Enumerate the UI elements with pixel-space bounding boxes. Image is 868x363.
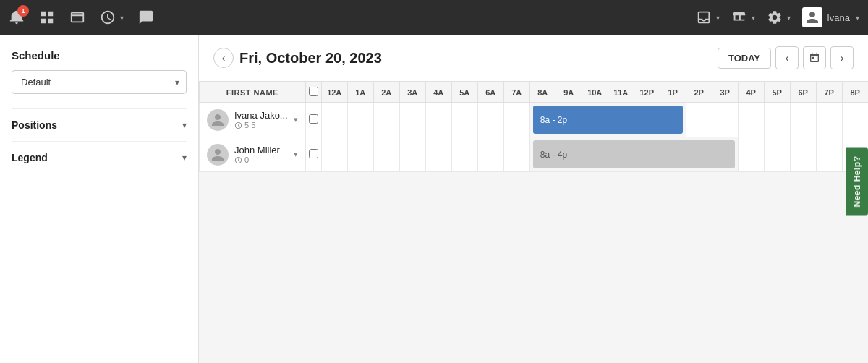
col-10a: 10A [582,82,608,103]
employee-1-name-cell: Ivana Jako... 5.5 ▾ [200,103,306,137]
col-9a: 9A [556,82,582,103]
store-chevron: ▾ [752,14,755,22]
emp2-col-6a [477,137,503,172]
emp2-col-1a [347,137,373,172]
user-chevron: ▾ [856,14,859,22]
sidebar: Schedule Default ▾ Positions ▾ Legend ▾ [0,35,199,363]
col-8p: 8P [842,82,868,103]
legend-header[interactable]: Legend ▾ [12,152,187,163]
notifications-icon[interactable]: 1 [9,9,25,25]
emp1-col-7a [503,103,529,137]
chat-icon[interactable] [138,9,154,25]
col-6p: 6P [790,82,816,103]
schedule-table: FIRST NAME 12A 1A 2A 3A 4A 5A 6A 7A 8A [199,82,868,172]
col-1a: 1A [347,82,373,103]
select-all-checkbox[interactable] [309,87,318,96]
emp2-col-7a [503,137,529,172]
employee-1-info: Ivana Jako... 5.5 [234,110,288,129]
time-icon[interactable]: ▾ [100,9,124,25]
emp1-col-7p [816,103,842,137]
sidebar-title: Schedule [12,49,187,61]
col-1p: 1P [660,82,686,103]
employee-2-hours-value: 0 [244,155,249,164]
card-icon[interactable] [69,9,85,25]
col-3a: 3A [399,82,425,103]
inbox-icon[interactable]: ▾ [696,9,720,25]
employee-2-expand-icon[interactable]: ▾ [294,150,298,159]
table-header-row: FIRST NAME 12A 1A 2A 3A 4A 5A 6A 7A 8A [200,82,869,103]
col-7p: 7P [816,82,842,103]
col-7a: 7A [503,82,529,103]
col-11a: 11A [608,82,634,103]
grid-icon[interactable] [39,9,55,25]
employee-2-shift[interactable]: 8a - 4p [529,137,738,172]
today-button[interactable]: TODAY [718,48,771,69]
employee-2-name: John Miller [234,145,288,155]
positions-title: Positions [12,119,57,131]
employee-1-hours: 5.5 [234,121,288,129]
employee-1-checkbox[interactable] [309,114,318,124]
nav-left: 1 ▾ [9,9,154,25]
top-navigation: 1 ▾ ▾ ▾ ▾ [0,0,868,35]
emp1-col-5p [764,103,790,137]
emp1-col-2a [373,103,399,137]
inbox-chevron: ▾ [716,14,720,22]
col-5a: 5A [451,82,477,103]
employee-2-hours: 0 [234,155,288,164]
calendar-button[interactable] [803,46,826,69]
employee-2-check-cell [305,137,321,172]
col-4a: 4A [425,82,451,103]
positions-chevron-icon: ▾ [182,120,187,130]
content-header: ‹ Fri, October 20, 2023 TODAY ‹ › [199,35,868,82]
prev-button[interactable]: ‹ [775,46,799,69]
user-avatar[interactable]: Ivana ▾ [802,7,859,27]
legend-title: Legend [12,152,48,163]
employee-2-info: John Miller 0 [234,145,288,164]
emp1-col-3a [399,103,425,137]
emp2-col-5a [451,137,477,172]
settings-icon[interactable]: ▾ [767,9,791,25]
nav-right: ▾ ▾ ▾ Ivana ▾ [696,7,859,27]
emp2-col-12a [321,137,347,172]
table-row: John Miller 0 ▾ [200,137,869,172]
col-6a: 6A [477,82,503,103]
employee-1-shift[interactable]: 8a - 2p [529,103,686,137]
next-button[interactable]: › [830,46,854,69]
employee-1-shift-block[interactable]: 8a - 2p [533,106,683,134]
schedule-select[interactable]: Default [12,70,187,94]
emp2-col-7p [816,137,842,172]
col-12p: 12P [634,82,660,103]
positions-header[interactable]: Positions ▾ [12,119,187,131]
check-column-header [305,82,321,103]
employee-1-hours-value: 5.5 [244,121,255,129]
employee-2-checkbox[interactable] [309,149,318,158]
col-12a: 12A [321,82,347,103]
emp1-col-4p [738,103,764,137]
need-help-button[interactable]: Need Help? [846,147,868,215]
col-2a: 2A [373,82,399,103]
main-content: Schedule Default ▾ Positions ▾ Legend ▾ … [0,35,868,363]
schedule-select-wrapper: Default ▾ [12,70,187,94]
employee-2-shift-block[interactable]: 8a - 4p [533,140,735,168]
emp1-col-6p [790,103,816,137]
schedule-content: ‹ Fri, October 20, 2023 TODAY ‹ › FIRST … [199,35,868,363]
col-4p: 4P [738,82,764,103]
notification-badge: 1 [17,5,29,17]
col-3p: 3P [712,82,738,103]
emp2-col-5p [764,137,790,172]
emp1-col-6a [477,103,503,137]
employee-1-expand-icon[interactable]: ▾ [294,115,298,124]
employee-1-name: Ivana Jako... [234,110,288,121]
back-button[interactable]: ‹ [213,48,234,68]
name-column-header: FIRST NAME [200,82,306,103]
emp1-col-1a [347,103,373,137]
schedule-date: Fri, October 20, 2023 [239,50,382,67]
employee-1-check-cell [305,103,321,137]
header-right: TODAY ‹ › [718,46,854,69]
time-chevron: ▾ [120,14,124,22]
store-icon[interactable]: ▾ [731,9,755,25]
employee-2-name-cell: John Miller 0 ▾ [200,137,306,172]
emp2-col-2a [373,137,399,172]
legend-chevron-icon: ▾ [182,153,187,163]
settings-chevron: ▾ [787,14,791,22]
